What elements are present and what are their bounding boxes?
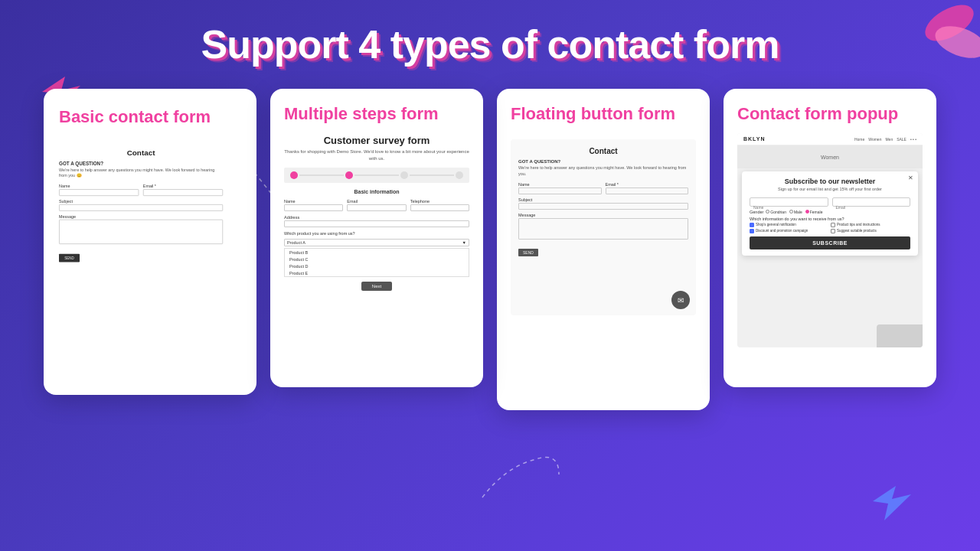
popup-checkbox-section-label: Which information do you want to receive… <box>750 217 910 221</box>
floating-subject-field: Subject <box>518 197 688 210</box>
female-radio-label: Female <box>810 210 823 214</box>
survey-section-title: Basic information <box>284 189 469 194</box>
svg-marker-4 <box>873 486 911 520</box>
basic-send-button[interactable]: SEND <box>59 254 80 262</box>
popup-modal-desc: Sign up for our email list and get 15% o… <box>750 187 910 192</box>
nav-home[interactable]: Home <box>854 137 864 142</box>
dropdown-option-e[interactable]: Product E <box>285 269 469 276</box>
nav-men[interactable]: Men <box>885 137 893 142</box>
dropdown-option-d[interactable]: Product D <box>285 262 469 269</box>
floating-message-label: Message <box>518 213 688 217</box>
floating-email-input[interactable] <box>606 187 689 194</box>
survey-email-input[interactable] <box>347 204 406 211</box>
nav-women[interactable]: Women <box>868 137 881 142</box>
floating-chat-button[interactable]: ✉ <box>671 291 690 309</box>
popup-email-placeholder: Email <box>836 205 846 210</box>
step-dot-2 <box>345 171 353 179</box>
popup-modal-title: Subscribe to our newsletter <box>750 178 910 185</box>
popup-radio-gondrian[interactable]: Gondrian <box>766 210 786 214</box>
dropdown-option-c[interactable]: Product C <box>285 256 469 262</box>
floating-name-field: Name <box>518 182 602 194</box>
popup-checkbox-1[interactable]: Shop's general notification <box>750 223 829 227</box>
popup-name-input[interactable]: Name <box>750 197 828 207</box>
survey-tel-input[interactable] <box>410 204 469 211</box>
basic-name-input[interactable] <box>59 189 139 196</box>
basic-name-label: Name <box>59 184 139 188</box>
basic-name-field: Name <box>59 184 139 196</box>
basic-message-textarea[interactable] <box>59 220 223 244</box>
checkbox-1-box <box>750 223 754 227</box>
survey-dropdown-row: Which product you are using from us? <box>284 231 469 236</box>
survey-name-input[interactable] <box>284 204 343 211</box>
popup-product-preview <box>877 324 923 347</box>
survey-dropdown-label: Which product you are using from us? <box>284 231 355 236</box>
checkbox-2-label: Product tips and instructions <box>837 223 880 227</box>
survey-address-field: Address <box>284 215 469 227</box>
step-line-3 <box>410 174 454 176</box>
popup-subscribe-button[interactable]: SUBSCRIBE <box>750 236 910 249</box>
survey-product-dropdown[interactable]: Product A ▼ <box>284 239 469 246</box>
popup-gender-label: Gender <box>750 210 763 214</box>
popup-email-input[interactable]: Email <box>832 197 911 207</box>
popup-form-preview: BKLYN Home Women Men SALE • • • Women ✕ … <box>737 133 923 347</box>
basic-message-label: Message <box>59 214 223 218</box>
steps-progress-bar <box>284 168 469 183</box>
floating-name-label: Name <box>518 182 602 187</box>
popup-name-email-row: Name Email <box>750 197 910 207</box>
floating-form-desc: We're here to help answer any questions … <box>518 165 688 177</box>
popup-checkbox-3[interactable]: Discount and promotion campaign <box>750 229 829 233</box>
survey-tel-field: Telephone <box>410 199 469 211</box>
step-dot-1 <box>290 171 298 179</box>
male-radio-dot <box>789 210 793 214</box>
floating-message-field: Message <box>518 213 688 240</box>
survey-next-button[interactable]: Next <box>361 282 392 291</box>
nav-more[interactable]: • • • <box>910 137 916 142</box>
basic-email-input[interactable] <box>143 189 223 196</box>
step-dot-3 <box>400 171 408 179</box>
popup-radio-female[interactable]: Female <box>805 210 823 214</box>
survey-dropdown-options: Product B Product C Product D Product E <box>284 248 469 277</box>
basic-form-subtitle: GOT A QUESTION? <box>59 161 223 165</box>
cards-container: Basic contact form Contact GOT A QUESTIO… <box>0 81 980 410</box>
basic-subject-input[interactable] <box>59 204 223 211</box>
popup-store-page-label: Women <box>821 155 839 160</box>
survey-tel-label: Telephone <box>410 199 469 204</box>
popup-radio-male[interactable]: Male <box>789 210 802 214</box>
basic-email-label: Email * <box>143 184 223 188</box>
popup-gender-options: Gondrian Male Female <box>766 210 822 214</box>
floating-form-preview: Contact GOT A QUESTION? We're here to he… <box>511 139 696 315</box>
card-basic-title: Basic contact form <box>59 107 241 127</box>
popup-store-header: BKLYN Home Women Men SALE • • • <box>737 133 923 145</box>
checkbox-3-box <box>750 229 754 233</box>
floating-name-input[interactable] <box>518 187 602 194</box>
survey-name-field: Name <box>284 199 343 211</box>
popup-checkbox-2[interactable]: Product tips and instructions <box>831 223 910 227</box>
checkbox-4-box <box>831 229 835 233</box>
survey-email-label: Email <box>347 199 406 204</box>
floating-name-email-row: Name Email * <box>518 182 688 194</box>
arrow-bottom-decoration <box>865 482 911 520</box>
popup-checkbox-4[interactable]: Suggest suitable products <box>831 229 910 233</box>
floating-email-label: Email * <box>606 182 689 187</box>
nav-sale[interactable]: SALE <box>897 137 906 142</box>
popup-close-button[interactable]: ✕ <box>908 174 913 181</box>
card-floating: Floating button form Contact GOT A QUEST… <box>497 89 710 410</box>
dropdown-option-b[interactable]: Product B <box>285 249 469 256</box>
popup-checkbox-grid: Shop's general notification Product tips… <box>750 223 910 233</box>
store-logo: BKLYN <box>743 136 765 142</box>
male-radio-label: Male <box>794 210 802 214</box>
floating-subject-input[interactable] <box>518 203 688 210</box>
dots-bottom-decoration <box>475 444 567 505</box>
survey-address-label: Address <box>284 215 469 220</box>
dropdown-selected-value: Product A <box>287 240 305 245</box>
floating-send-button[interactable]: SEND <box>518 249 538 256</box>
floating-message-textarea[interactable] <box>518 218 688 240</box>
checkbox-1-label: Shop's general notification <box>756 223 796 227</box>
survey-address-input[interactable] <box>284 220 469 227</box>
basic-form-desc: We're here to help answer any questions … <box>59 167 223 178</box>
checkbox-3-label: Discount and promotion campaign <box>756 229 808 233</box>
checkbox-4-label: Suggest suitable products <box>837 229 877 233</box>
floating-form-subtitle: GOT A QUESTION? <box>518 159 688 164</box>
floating-subject-label: Subject <box>518 197 688 202</box>
step-line-1 <box>299 174 344 176</box>
